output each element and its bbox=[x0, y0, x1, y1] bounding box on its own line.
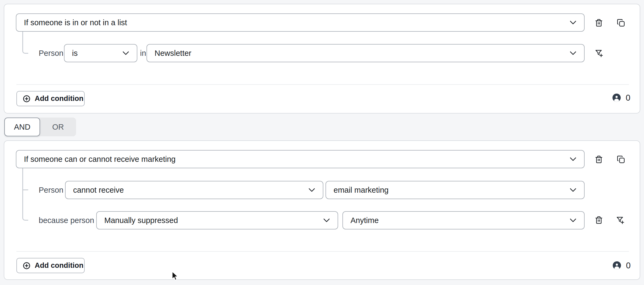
reason-value: Manually suppressed bbox=[104, 216, 178, 225]
group-footer-divider bbox=[16, 84, 629, 85]
chevron-down-icon bbox=[568, 49, 578, 58]
add-condition-button[interactable]: Add condition bbox=[16, 91, 85, 106]
plus-circle-icon bbox=[23, 262, 31, 270]
condition-group-1: If someone is in or not in a list Person… bbox=[4, 4, 640, 114]
audience-count: 0 bbox=[626, 261, 631, 271]
condition-type-value: If someone can or cannot receive marketi… bbox=[24, 155, 176, 164]
tree-connector-branch bbox=[23, 189, 28, 190]
person-icon bbox=[612, 93, 621, 102]
timeframe-value: Anytime bbox=[350, 216, 379, 225]
plus-circle-icon bbox=[23, 95, 31, 103]
chevron-down-icon bbox=[568, 185, 578, 195]
delete-condition-group-button[interactable] bbox=[593, 154, 605, 165]
copy-icon bbox=[617, 19, 625, 27]
list-select[interactable]: Newsletter bbox=[146, 44, 585, 62]
add-condition-label: Add condition bbox=[35, 94, 83, 103]
channel-select[interactable]: email marketing bbox=[325, 181, 585, 199]
reachability-operator-select[interactable]: cannot receive bbox=[65, 181, 323, 199]
add-condition-label: Add condition bbox=[35, 261, 83, 270]
chevron-down-icon bbox=[568, 18, 578, 27]
tree-connector bbox=[22, 168, 28, 221]
person-icon bbox=[613, 261, 621, 270]
trash-icon bbox=[595, 216, 603, 224]
reachability-operator-value: cannot receive bbox=[73, 186, 124, 195]
delete-row-button[interactable] bbox=[593, 214, 605, 226]
condition-type-select[interactable]: If someone is in or not in a list bbox=[16, 13, 585, 32]
list-value: Newsletter bbox=[155, 49, 191, 58]
delete-condition-group-button[interactable] bbox=[593, 17, 605, 29]
add-filter-button[interactable] bbox=[614, 214, 626, 226]
duplicate-condition-group-button[interactable] bbox=[615, 17, 627, 29]
group-footer-divider bbox=[16, 251, 629, 252]
audience-count: 0 bbox=[626, 93, 630, 103]
condition-type-select[interactable]: If someone can or cannot receive marketi… bbox=[16, 150, 585, 168]
copy-icon bbox=[617, 155, 625, 163]
chevron-down-icon bbox=[307, 185, 316, 195]
duplicate-condition-group-button[interactable] bbox=[615, 154, 627, 165]
add-condition-button[interactable]: Add condition bbox=[16, 258, 85, 273]
filter-plus-icon bbox=[595, 49, 603, 57]
membership-operator-value: is bbox=[72, 49, 78, 58]
reason-label: because person bbox=[39, 211, 94, 229]
and-button[interactable]: AND bbox=[4, 118, 40, 136]
channel-value: email marketing bbox=[334, 186, 389, 195]
and-or-toggle: AND OR bbox=[4, 118, 76, 136]
reason-select[interactable]: Manually suppressed bbox=[96, 211, 338, 229]
condition-type-value: If someone is in or not in a list bbox=[24, 18, 127, 27]
condition-group-2: If someone can or cannot receive marketi… bbox=[4, 140, 640, 280]
chevron-down-icon bbox=[121, 49, 130, 58]
tree-connector bbox=[22, 32, 28, 54]
timeframe-select[interactable]: Anytime bbox=[342, 211, 585, 229]
chevron-down-icon bbox=[568, 216, 578, 225]
filter-plus-icon bbox=[616, 216, 624, 224]
trash-icon bbox=[595, 19, 603, 27]
trash-icon bbox=[595, 155, 603, 163]
membership-operator-select[interactable]: is bbox=[64, 44, 137, 62]
preposition-label: in bbox=[140, 44, 146, 62]
add-filter-button[interactable] bbox=[593, 47, 605, 59]
or-button[interactable]: OR bbox=[40, 118, 76, 136]
chevron-down-icon bbox=[322, 216, 331, 225]
subject-label: Person bbox=[39, 181, 63, 199]
chevron-down-icon bbox=[568, 155, 578, 164]
subject-label: Person bbox=[39, 44, 63, 62]
